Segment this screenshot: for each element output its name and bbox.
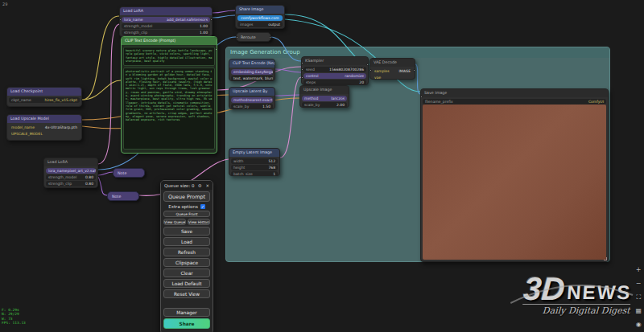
- widget-row[interactable]: scale_by1.50: [231, 104, 273, 109]
- widget-row[interactable]: ckpt_namehires_fix_v15.ckpt: [9, 97, 80, 103]
- load-default-button[interactable]: Load Default: [163, 279, 210, 288]
- clipspace-button[interactable]: Clipspace: [163, 258, 210, 267]
- refresh-button[interactable]: Refresh: [163, 248, 210, 256]
- widget-value: 1: [273, 171, 275, 176]
- node-title: Load LoRA: [120, 7, 212, 15]
- widget-row[interactable]: embedding:EasyNegative: [231, 69, 273, 75]
- node-load-checkpoint[interactable]: Load Checkpoint ckpt_namehires_fix_v15.c…: [6, 87, 82, 107]
- menu-title-bar[interactable]: Queue size: 0 ⚙ ✕: [161, 181, 213, 190]
- widget-row[interactable]: model_name4x-UltraSharp.pth: [9, 125, 80, 130]
- widget-row[interactable]: height768: [231, 165, 278, 170]
- debug-stats: F: 0.29sN: 29/29W: 73FPS: 113.13: [2, 308, 26, 326]
- widget-row[interactable]: comfyworkflows.com: [237, 15, 283, 21]
- node-note-2[interactable]: Note: [107, 191, 139, 201]
- port-dot[interactable]: [369, 69, 372, 72]
- widget-row[interactable]: UPSCALE_MODEL: [9, 131, 80, 137]
- widget-row[interactable]: strength_model0.80: [46, 174, 96, 180]
- node-reroute[interactable]: Reroute: [236, 32, 271, 42]
- node-share-image[interactable]: Share Image comfyworkflows.comimagesoutp…: [235, 5, 285, 29]
- zoom-in-icon[interactable]: +: [636, 266, 642, 273]
- node-canvas[interactable]: Image Generation Group Load LoRA lora_na…: [0, 0, 644, 332]
- settings-icon[interactable]: ⚙: [198, 183, 202, 188]
- save-button[interactable]: Save: [163, 227, 210, 236]
- widget-label: ckpt_name: [11, 97, 31, 103]
- widget-value: 1.50: [262, 104, 270, 109]
- widget-row[interactable]: strength_clip0.80: [46, 181, 96, 186]
- node-title: Reroute: [241, 35, 256, 39]
- share-button[interactable]: Share: [163, 318, 210, 329]
- grid-icon[interactable]: ▦: [635, 307, 642, 314]
- widget-label: strength_clip: [48, 181, 72, 186]
- prompt-text-main[interactable]: photorealistic portrait of a young woman…: [123, 68, 215, 150]
- widget-row[interactable]: scale_by2.00: [302, 102, 347, 108]
- queue-front-button[interactable]: Queue Front: [163, 211, 210, 217]
- port-dot[interactable]: [210, 18, 213, 21]
- port-dot[interactable]: [301, 62, 303, 64]
- widget-row[interactable]: controlrandomize: [303, 73, 366, 79]
- widget-row[interactable]: text, watermark, blurry: [231, 76, 273, 81]
- manager-button[interactable]: Manager: [163, 308, 210, 317]
- widget-row[interactable]: width512: [231, 158, 278, 164]
- resize-handle[interactable]: [604, 257, 607, 260]
- node-vae-decode[interactable]: VAE Decode samplesIMAGEvae: [369, 58, 415, 80]
- widget-row[interactable]: methodlanczos: [302, 96, 347, 101]
- widget-value: nearest-exact: [247, 97, 272, 103]
- port-dot[interactable]: [420, 96, 423, 98]
- prompt-text-secondary[interactable]: beautiful scenery nature glass bottle la…: [123, 47, 215, 66]
- widget-row[interactable]: methodnearest-exact: [231, 97, 273, 103]
- node-clip-text-encode-prompt[interactable]: CLIP Text Encode (Prompt) beautiful scen…: [121, 36, 217, 154]
- queue-prompt-button[interactable]: Queue Prompt: [163, 191, 210, 202]
- node-load-upscale-model[interactable]: Load Upscale Model model_name4x-UltraSha…: [6, 114, 82, 141]
- widget-row[interactable]: seed156680208700286: [303, 67, 366, 72]
- node-load-lora-top[interactable]: Load LoRA lora_nameadd_detail.safetensor…: [119, 6, 213, 37]
- node-note-1[interactable]: Note: [113, 168, 145, 178]
- port-dot[interactable]: [301, 68, 303, 71]
- extra-options-checkbox[interactable]: ✓: [200, 204, 205, 209]
- zoom-out-icon[interactable]: −: [636, 280, 642, 287]
- node-upscale-latent-by[interactable]: Upscale Latent By methodnearest-exactsca…: [229, 87, 275, 109]
- widget-value: 1.00: [200, 30, 208, 35]
- widget-row[interactable]: samplesIMAGE: [372, 68, 413, 74]
- widget-row[interactable]: strength_model1.00: [122, 23, 210, 29]
- clear-button[interactable]: Clear: [163, 268, 210, 277]
- view-queue-button[interactable]: View Queue: [163, 219, 186, 225]
- load-button[interactable]: Load: [163, 237, 210, 246]
- widget-row[interactable]: strength_clip1.00: [122, 30, 210, 35]
- node-upscale-image[interactable]: Upscale Image methodlanczosscale_by2.00: [299, 85, 349, 108]
- widget-value: hires_fix_v15.ckpt: [45, 97, 78, 103]
- widget-row[interactable]: filename_prefixComfyUI: [423, 99, 606, 105]
- port-dot[interactable]: [301, 76, 303, 79]
- comfy-menu-panel[interactable]: Queue size: 0 ⚙ ✕ Queue Prompt Extra opt…: [160, 180, 213, 332]
- widget-row[interactable]: lora_namepixel_art_v2.safetensors: [46, 168, 96, 174]
- extra-options-row[interactable]: Extra options ✓: [161, 204, 213, 209]
- port-dot[interactable]: [119, 18, 122, 21]
- reset-view-button[interactable]: Reset View: [163, 289, 210, 298]
- widget-row[interactable]: steps20: [303, 80, 366, 85]
- port-dot[interactable]: [366, 64, 369, 66]
- fps-counter: 29: [2, 2, 7, 6]
- node-ksampler[interactable]: KSampler seed156680208700286controlrando…: [301, 56, 369, 85]
- node-empty-latent-image[interactable]: Empty Latent Image width512height768batc…: [229, 148, 280, 176]
- widget-row[interactable]: imagesoutput: [237, 22, 283, 27]
- node-save-image[interactable]: Save Image filename_prefixComfyUI: [420, 88, 609, 262]
- watermark-3d: 3D: [522, 274, 566, 303]
- record-icon[interactable]: ◉: [636, 321, 642, 328]
- port-dot[interactable]: [413, 69, 415, 72]
- widget-row[interactable]: lora_nameadd_detail.safetensors: [122, 17, 210, 23]
- port-dot[interactable]: [269, 36, 271, 39]
- close-icon[interactable]: ✕: [205, 183, 209, 188]
- widget-label: images: [240, 22, 253, 27]
- port-dot[interactable]: [236, 36, 238, 39]
- widget-row[interactable]: vae: [372, 75, 413, 80]
- widget-value: pixel_art_v2.safetensors: [68, 168, 96, 174]
- node-clip-text-encode-negative[interactable]: CLIP Text Encode (Negative) embedding:Ea…: [229, 59, 275, 81]
- canvas-toolbar: +−⛶▦◉: [635, 266, 642, 328]
- port-dot[interactable]: [215, 48, 217, 51]
- widget-label: scale_by: [233, 104, 249, 109]
- menu-button-stack: SaveLoadRefreshClipspaceClearLoad Defaul…: [161, 227, 213, 298]
- widget-row[interactable]: batch_size1: [231, 171, 278, 176]
- widget-label: width: [233, 158, 243, 164]
- fit-view-icon[interactable]: ⛶: [636, 293, 641, 301]
- view-history-button[interactable]: View History: [188, 219, 210, 225]
- node-load-lora-left[interactable]: Load LoRA lora_namepixel_art_v2.safetens…: [43, 158, 98, 188]
